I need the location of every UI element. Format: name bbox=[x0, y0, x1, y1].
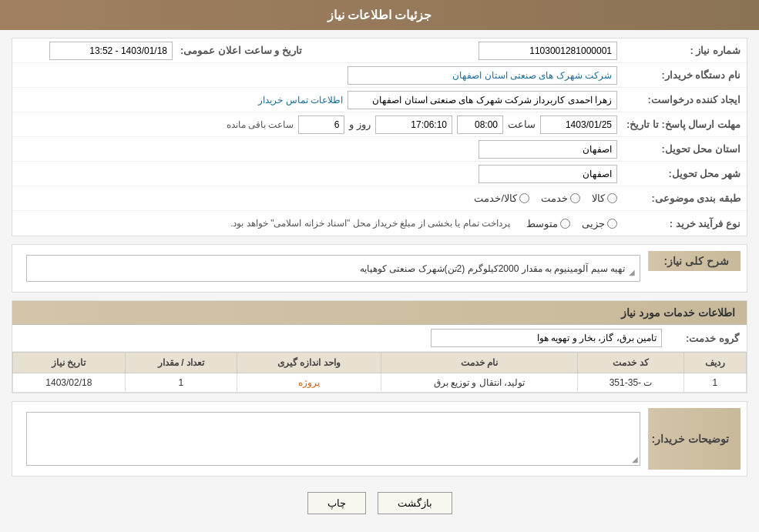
buyer-org-input[interactable] bbox=[348, 66, 617, 85]
services-table: ردیف کد خدمت نام خدمت واحد اندازه گیری ت… bbox=[12, 352, 747, 393]
deadline-date-input[interactable] bbox=[540, 115, 617, 134]
need-number-label: شماره نیاز : bbox=[617, 45, 741, 56]
purchase-jozvi-radio[interactable] bbox=[607, 219, 617, 229]
province-label: استان محل تحویل: bbox=[617, 143, 741, 155]
print-button[interactable]: چاپ bbox=[307, 492, 366, 514]
col-row: ردیف bbox=[683, 353, 746, 373]
announce-value-cell bbox=[18, 42, 173, 60]
remaining-time-input[interactable] bbox=[375, 115, 452, 134]
deadline-time-input[interactable] bbox=[457, 115, 503, 134]
deadline-value-cell: ساعت روز و ساعت باقی مانده bbox=[18, 115, 617, 134]
category-kala-khedmat-radio[interactable] bbox=[519, 193, 529, 203]
purchase-jozvi-label: جزیی bbox=[582, 218, 605, 229]
category-label: طبقه بندی موضوعی: bbox=[617, 192, 741, 204]
description-section: شرح کلی نیاز: ◢ تهیه سیم آلومینیوم به مق… bbox=[12, 244, 747, 293]
purchase-motavasset-option[interactable]: متوسط bbox=[526, 218, 570, 229]
col-qty: تعداد / مقدار bbox=[125, 353, 237, 373]
info-section: شماره نیاز : تاریخ و ساعت اعلان عمومی: ن… bbox=[12, 38, 747, 236]
city-value-cell bbox=[18, 165, 617, 183]
category-kala-label: کالا bbox=[592, 192, 605, 204]
row-city: شهر محل تحویل: bbox=[12, 162, 747, 186]
service-group-label: گروه خدمت: bbox=[662, 333, 739, 344]
purchase-type-value-cell: جزیی متوسط پرداخت تمام یا بخشی از مبلغ خ… bbox=[18, 218, 617, 229]
col-date: تاریخ نیاز bbox=[13, 353, 126, 373]
cell-row-0: 1 bbox=[683, 373, 746, 393]
remaining-suffix: ساعت باقی مانده bbox=[227, 119, 294, 130]
deadline-label: مهلت ارسال پاسخ: تا تاریخ: bbox=[617, 119, 741, 130]
province-input[interactable] bbox=[479, 140, 617, 159]
deadline-row: ساعت روز و ساعت باقی مانده bbox=[227, 115, 617, 134]
category-khedmat-radio[interactable] bbox=[570, 193, 580, 203]
need-number-input[interactable] bbox=[479, 42, 617, 60]
creator-input[interactable] bbox=[348, 91, 617, 109]
purchase-motavasset-label: متوسط bbox=[526, 218, 558, 229]
page-header: جزئیات اطلاعات نیاز bbox=[0, 0, 759, 30]
cell-code-0: ت -35-351 bbox=[578, 373, 683, 393]
creator-value-cell: اطلاعات تماس خریدار bbox=[18, 91, 617, 109]
category-kala-option[interactable]: کالا bbox=[592, 192, 617, 204]
row-buyer-org: نام دستگاه خریدار: bbox=[12, 63, 747, 88]
description-label: شرح کلی نیاز: bbox=[648, 251, 741, 271]
announce-label: تاریخ و ساعت اعلان عمومی: bbox=[173, 45, 310, 56]
category-kala-radio[interactable] bbox=[607, 193, 617, 203]
creator-label: ایجاد کننده درخواست: bbox=[617, 94, 741, 105]
services-table-container: ردیف کد خدمت نام خدمت واحد اندازه گیری ت… bbox=[12, 352, 747, 393]
remaining-days-input[interactable] bbox=[298, 115, 344, 134]
resize-handle: ◢ bbox=[629, 268, 635, 276]
category-khedmat-label: خدمت bbox=[541, 192, 568, 204]
buyer-notes-section: توضیحات خریدار: ◢ bbox=[12, 401, 747, 477]
col-code: کد خدمت bbox=[578, 353, 683, 373]
need-number-value-cell bbox=[310, 42, 617, 60]
description-text-value: تهیه سیم آلومینیوم به مقدار 2000کیلوگرم … bbox=[360, 263, 625, 274]
row-creator: ایجاد کننده درخواست: اطلاعات تماس خریدار bbox=[12, 88, 747, 112]
row-province: استان محل تحویل: bbox=[12, 137, 747, 162]
deadline-time-label: ساعت bbox=[508, 119, 536, 130]
buyer-notes-box: ◢ bbox=[26, 412, 640, 466]
remaining-days-label: روز و bbox=[349, 119, 371, 130]
buttons-row: بازگشت چاپ bbox=[12, 484, 747, 526]
cell-date-0: 1403/02/18 bbox=[13, 373, 126, 393]
purchase-jozvi-option[interactable]: جزیی bbox=[582, 218, 617, 229]
creator-link[interactable]: اطلاعات تماس خریدار bbox=[258, 95, 343, 105]
city-label: شهر محل تحویل: bbox=[617, 168, 741, 179]
page-wrapper: جزئیات اطلاعات نیاز شماره نیاز : تاریخ و… bbox=[0, 0, 759, 532]
buyer-notes-label: توضیحات خریدار: bbox=[648, 408, 741, 470]
cell-unit-0: پروژه bbox=[237, 373, 381, 393]
row-purchase-type: نوع فرآیند خرید : جزیی متوسط پرداخت تمام… bbox=[12, 211, 747, 236]
city-input[interactable] bbox=[479, 165, 617, 183]
purchase-motavasset-radio[interactable] bbox=[560, 219, 570, 229]
col-unit: واحد اندازه گیری bbox=[237, 353, 381, 373]
category-value-cell: کالا خدمت کالا/خدمت bbox=[18, 192, 617, 204]
purchase-type-note: پرداخت تمام یا بخشی از مبلغ خریداز محل "… bbox=[230, 218, 510, 229]
row-category: طبقه بندی موضوعی: کالا خدمت کالا/خدمت bbox=[12, 186, 747, 211]
service-group-input[interactable] bbox=[431, 329, 662, 347]
purchase-type-group: جزیی متوسط bbox=[526, 218, 617, 229]
description-text: ◢ تهیه سیم آلومینیوم به مقدار 2000کیلوگر… bbox=[18, 251, 648, 286]
page-title: جزئیات اطلاعات نیاز bbox=[327, 8, 432, 22]
purchase-type-label: نوع فرآیند خرید : bbox=[617, 218, 741, 229]
row-need-number: شماره نیاز : تاریخ و ساعت اعلان عمومی: bbox=[12, 38, 747, 63]
buyer-org-label: نام دستگاه خریدار: bbox=[617, 69, 741, 81]
back-button[interactable]: بازگشت bbox=[378, 492, 452, 514]
buyer-notes-content: ◢ bbox=[18, 408, 648, 470]
cell-name-0: تولید، انتقال و توزیع برق bbox=[381, 373, 578, 393]
table-row: 1 ت -35-351 تولید، انتقال و توزیع برق پر… bbox=[13, 373, 747, 393]
cell-qty-0: 1 bbox=[125, 373, 237, 393]
category-kala-khedmat-label: کالا/خدمت bbox=[474, 192, 517, 204]
province-value-cell bbox=[18, 140, 617, 159]
col-name: نام خدمت bbox=[381, 353, 578, 373]
description-content: ◢ تهیه سیم آلومینیوم به مقدار 2000کیلوگر… bbox=[26, 255, 640, 282]
service-group-row: گروه خدمت: bbox=[12, 325, 747, 352]
unit-link-0[interactable]: پروژه bbox=[298, 377, 320, 388]
category-khedmat-option[interactable]: خدمت bbox=[541, 192, 580, 204]
services-header: اطلاعات خدمات مورد نیاز bbox=[12, 301, 747, 325]
resize-handle-2: ◢ bbox=[632, 455, 638, 463]
main-content: شماره نیاز : تاریخ و ساعت اعلان عمومی: ن… bbox=[0, 30, 759, 532]
category-kala-khedmat-option[interactable]: کالا/خدمت bbox=[474, 192, 529, 204]
services-section: اطلاعات خدمات مورد نیاز گروه خدمت: ردیف … bbox=[12, 300, 747, 393]
buyer-org-value-cell bbox=[18, 66, 617, 85]
table-header-row: ردیف کد خدمت نام خدمت واحد اندازه گیری ت… bbox=[13, 353, 747, 373]
announce-input[interactable] bbox=[49, 42, 173, 60]
row-deadline: مهلت ارسال پاسخ: تا تاریخ: ساعت روز و سا… bbox=[12, 112, 747, 137]
